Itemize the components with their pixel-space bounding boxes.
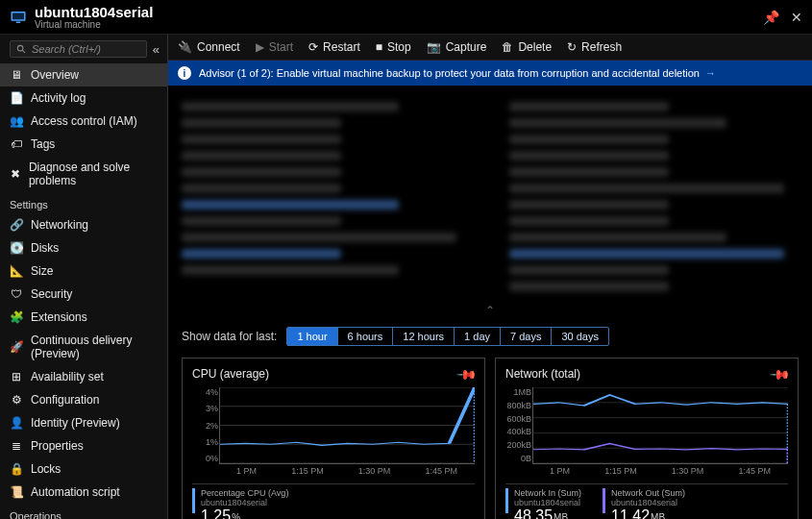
nav-icon: ≣ (10, 439, 23, 453)
sidebar-item-properties[interactable]: ≣Properties (0, 434, 167, 457)
svg-rect-2 (16, 21, 21, 23)
range-12-hours[interactable]: 12 hours (393, 328, 455, 345)
nav-icon: ⊞ (10, 370, 23, 383)
nav-icon: 🧩 (10, 310, 23, 324)
sidebar-item-label: Automation script (31, 485, 120, 499)
sidebar-item-label: Availability set (31, 370, 104, 383)
sidebar-item-label: Access control (IAM) (31, 114, 137, 128)
delete-button[interactable]: 🗑Delete (502, 40, 552, 54)
sidebar-item-tags[interactable]: 🏷Tags (0, 133, 167, 156)
delete-icon: 🗑 (502, 40, 513, 54)
nav-icon: ✖ (10, 167, 21, 181)
sidebar-item-activity-log[interactable]: 📄Activity log (0, 86, 167, 110)
sidebar-item-configuration[interactable]: ⚙Configuration (0, 388, 167, 411)
x-axis-labels: 1 PM1:15 PM1:30 PM1:45 PM (219, 466, 475, 476)
refresh-icon: ↻ (567, 40, 577, 54)
sidebar-item-diagnose-and-solve-problems[interactable]: ✖Diagnose and solve problems (0, 156, 167, 192)
svg-point-3 (17, 45, 23, 51)
arrow-right-icon: → (705, 67, 716, 79)
y-axis-labels: 1MB800kB600kB400kB200kB0B (506, 387, 531, 463)
sidebar-item-label: Overview (31, 68, 79, 82)
sidebar-item-label: Tags (31, 137, 55, 151)
stop-button[interactable]: ■Stop (376, 40, 411, 54)
main: 🔌Connect ▶Start ⟳Restart ■Stop 📷Capture … (168, 35, 812, 519)
sidebar-item-security[interactable]: 🛡Security (0, 283, 167, 306)
pin-icon[interactable]: 📌 (763, 10, 779, 25)
pin-chart-icon[interactable]: 📌 (769, 362, 791, 384)
chart-title: Network (total) (505, 367, 580, 381)
capture-icon: 📷 (427, 40, 441, 54)
stop-icon: ■ (376, 40, 382, 54)
page-title: ubuntu1804serial (35, 4, 153, 20)
sidebar-item-label: Extensions (31, 310, 87, 324)
svg-line-4 (22, 50, 25, 53)
nav-icon: 👥 (10, 114, 23, 128)
x-axis-labels: 1 PM1:15 PM1:30 PM1:45 PM (532, 466, 788, 476)
sidebar-item-label: Disks (31, 241, 59, 255)
nav-icon: 📄 (10, 91, 23, 105)
connect-button[interactable]: 🔌Connect (178, 40, 240, 54)
sidebar-item-extensions[interactable]: 🧩Extensions (0, 306, 167, 329)
sidebar-item-access-control-iam-[interactable]: 👥Access control (IAM) (0, 110, 167, 133)
sidebar: Search (Ctrl+/) « 🖥Overview📄Activity log… (0, 35, 168, 519)
advisor-text: Enable virtual machine backup to protect… (277, 67, 700, 79)
connect-icon: 🔌 (178, 40, 192, 54)
info-icon: i (178, 66, 191, 80)
page-subtitle: Virtual machine (35, 19, 153, 30)
play-icon: ▶ (256, 40, 264, 54)
y-axis-labels: 4%3%2%1%0% (193, 387, 218, 463)
start-button[interactable]: ▶Start (256, 40, 293, 54)
pin-chart-icon[interactable]: 📌 (455, 362, 478, 384)
sidebar-item-label: Size (31, 264, 53, 278)
search-placeholder: Search (Ctrl+/) (32, 43, 101, 55)
nav-icon: 💽 (10, 241, 23, 255)
nav-icon: 🚀 (10, 340, 23, 354)
sidebar-item-overview[interactable]: 🖥Overview (0, 63, 167, 86)
sidebar-item-label: Configuration (31, 393, 99, 407)
sidebar-section-settings: Settings (0, 192, 167, 213)
legend-item: Network Out (Sum)ubuntu1804serial11.42MB (603, 488, 685, 519)
capture-button[interactable]: 📷Capture (427, 40, 487, 54)
sidebar-item-label: Activity log (31, 91, 86, 105)
chart-legend: Network In (Sum)ubuntu1804serial48.35MBN… (505, 483, 788, 519)
refresh-button[interactable]: ↻Refresh (567, 40, 622, 54)
titlebar: ubuntu1804serial Virtual machine 📌 ✕ (0, 0, 812, 35)
chart-plot: 1MB800kB600kB400kB200kB0B (532, 387, 788, 464)
svg-rect-1 (12, 12, 24, 19)
range-1-hour[interactable]: 1 hour (287, 328, 337, 345)
restart-icon: ⟳ (308, 40, 318, 54)
range-7-days[interactable]: 7 days (501, 328, 552, 345)
collapse-essentials-icon[interactable]: ⌃ (182, 304, 799, 317)
range-6-hours[interactable]: 6 hours (338, 328, 394, 345)
chart-network-total-: Network (total)📌1MB800kB600kB400kB200kB0… (495, 358, 799, 519)
sidebar-item-label: Identity (Preview) (31, 416, 120, 430)
sidebar-item-locks[interactable]: 🔒Locks (0, 457, 167, 481)
sidebar-item-disks[interactable]: 💽Disks (0, 236, 167, 260)
legend-item: Percentage CPU (Avg)ubuntu1804serial1.25… (192, 488, 288, 519)
search-input[interactable]: Search (Ctrl+/) (10, 40, 147, 58)
advisor-banner[interactable]: i Advisor (1 of 2): Enable virtual machi… (168, 61, 812, 86)
nav-icon: 🔗 (10, 218, 23, 232)
restart-button[interactable]: ⟳Restart (308, 40, 360, 54)
search-icon (16, 44, 27, 55)
sidebar-item-automation-script[interactable]: 📜Automation script (0, 481, 167, 504)
nav-icon: ⚙ (10, 393, 23, 407)
sidebar-item-availability-set[interactable]: ⊞Availability set (0, 365, 167, 388)
chart-plot: 4%3%2%1%0% (219, 387, 475, 464)
time-range-selector: 1 hour6 hours12 hours1 day7 days30 days (286, 327, 609, 346)
sidebar-item-networking[interactable]: 🔗Networking (0, 213, 167, 236)
sidebar-item-label: Networking (31, 218, 88, 232)
range-1-day[interactable]: 1 day (455, 328, 501, 345)
collapse-sidebar-icon[interactable]: « (153, 42, 160, 57)
sidebar-item-identity-preview-[interactable]: 👤Identity (Preview) (0, 411, 167, 434)
sidebar-item-continuous-delivery-preview-[interactable]: 🚀Continuous delivery (Preview) (0, 329, 167, 365)
range-30-days[interactable]: 30 days (552, 328, 608, 345)
nav-icon: 🏷 (10, 137, 23, 151)
chart-cpu-average-: CPU (average)📌4%3%2%1%0%1 PM1:15 PM1:30 … (182, 358, 485, 519)
sidebar-item-label: Continuous delivery (Preview) (31, 334, 158, 360)
nav-icon: 🛡 (10, 287, 23, 301)
close-icon[interactable]: ✕ (791, 10, 802, 25)
legend-item: Network In (Sum)ubuntu1804serial48.35MB (505, 488, 581, 519)
sidebar-item-size[interactable]: 📐Size (0, 260, 167, 283)
sidebar-item-label: Security (31, 287, 72, 301)
